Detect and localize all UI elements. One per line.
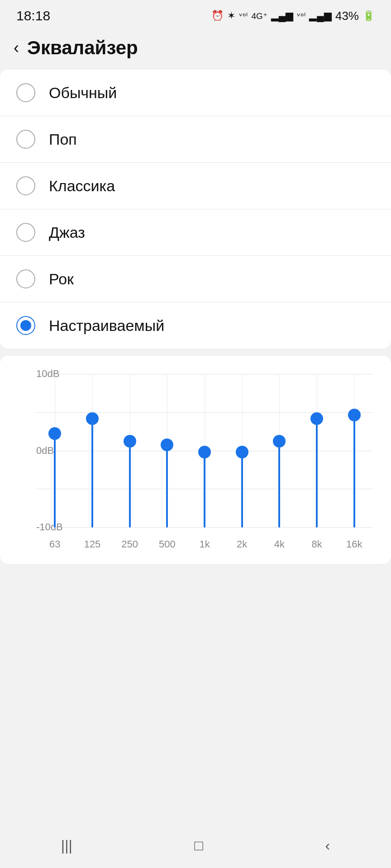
eq-option-pop[interactable]: Поп (0, 116, 391, 163)
signal-lte1-icon: ᵛᵒˡ (239, 11, 248, 21)
eq-option-label-custom: Настраиваемый (49, 317, 164, 335)
eq-stem-4k (278, 446, 280, 528)
eq-bars-area (36, 374, 373, 528)
header: ‹ Эквалайзер (0, 28, 391, 70)
eq-bar-col-1k[interactable] (186, 374, 224, 528)
eq-stem-63 (54, 438, 56, 528)
bluetooth-icon: ✶ (227, 10, 235, 22)
eq-option-label-classic: Классика (49, 177, 115, 195)
eq-bar-col-8k[interactable] (298, 374, 336, 528)
eq-chart: 10dB0dB-10dB631252505001k2k4k8k16k (9, 374, 377, 550)
eq-stem-500 (166, 449, 168, 528)
status-icons: ⏰ ✶ ᵛᵒˡ 4G⁺ ▂▄▆ ᵛᵒˡ ▂▄▆ 43% 🔋 (211, 9, 375, 23)
eq-option-classic[interactable]: Классика (0, 163, 391, 209)
eq-option-normal[interactable]: Обычный (0, 70, 391, 116)
eq-x-label-4k: 4k (261, 538, 298, 550)
status-time: 18:18 (16, 8, 50, 24)
radio-rock[interactable] (16, 269, 35, 288)
eq-stem-250 (129, 446, 131, 528)
eq-options-list: ОбычныйПопКлассикаДжазРокНастраиваемый (0, 70, 391, 349)
eq-bar-col-500[interactable] (148, 374, 186, 528)
eq-chart-container: 10dB0dB-10dB631252505001k2k4k8k16k (0, 356, 391, 564)
signal-bars1-icon: ▂▄▆ (271, 10, 294, 22)
eq-x-label-1k: 1k (186, 538, 224, 550)
eq-dot-4k (273, 435, 286, 448)
alarm-icon: ⏰ (211, 10, 224, 22)
eq-dot-63 (48, 427, 61, 440)
eq-stem-2k (241, 457, 243, 528)
signal-lte2-icon: ᵛᵒˡ (297, 11, 305, 21)
radio-custom[interactable] (16, 316, 35, 335)
eq-x-label-63: 63 (36, 538, 74, 550)
eq-option-label-normal: Обычный (49, 84, 117, 102)
eq-stem-8k (316, 423, 318, 528)
eq-dot-16k (348, 409, 361, 421)
eq-x-label-500: 500 (148, 538, 186, 550)
eq-dot-250 (124, 435, 136, 448)
eq-stem-125 (91, 423, 93, 528)
eq-bar-col-125[interactable] (74, 374, 111, 528)
battery-indicator: 43% (335, 9, 359, 23)
home-button[interactable]: □ (181, 833, 216, 859)
eq-bar-col-250[interactable] (111, 374, 148, 528)
eq-x-label-250: 250 (111, 538, 148, 550)
eq-option-custom[interactable]: Настраиваемый (0, 302, 391, 349)
eq-dot-2k (236, 446, 248, 458)
nav-back-button[interactable]: ‹ (311, 833, 343, 859)
radio-normal[interactable] (16, 83, 35, 102)
radio-jazz[interactable] (16, 223, 35, 242)
eq-option-rock[interactable]: Рок (0, 256, 391, 302)
radio-classic[interactable] (16, 176, 35, 195)
eq-x-labels: 631252505001k2k4k8k16k (36, 538, 373, 550)
eq-option-label-jazz: Джаз (49, 224, 85, 241)
eq-x-label-16k: 16k (335, 538, 373, 550)
signal-4g-icon: 4G⁺ (251, 11, 267, 21)
eq-x-label-8k: 8k (298, 538, 336, 550)
eq-bar-col-16k[interactable] (335, 374, 373, 528)
eq-dot-1k (198, 446, 211, 458)
eq-stem-1k (204, 457, 205, 528)
page-title: Эквалайзер (27, 37, 138, 59)
eq-stem-16k (353, 420, 355, 528)
eq-dot-8k (310, 412, 323, 425)
eq-x-label-125: 125 (74, 538, 111, 550)
recent-apps-button[interactable]: ||| (48, 833, 86, 859)
eq-bar-col-4k[interactable] (261, 374, 298, 528)
eq-dot-125 (86, 412, 99, 425)
eq-x-label-2k: 2k (223, 538, 261, 550)
eq-bar-col-63[interactable] (36, 374, 74, 528)
battery-icon: 🔋 (362, 10, 375, 22)
status-bar: 18:18 ⏰ ✶ ᵛᵒˡ 4G⁺ ▂▄▆ ᵛᵒˡ ▂▄▆ 43% 🔋 (0, 0, 391, 28)
eq-dot-500 (161, 439, 173, 451)
eq-bar-col-2k[interactable] (223, 374, 261, 528)
navigation-bar: ||| □ ‹ (0, 827, 391, 868)
back-button[interactable]: ‹ (14, 38, 19, 57)
radio-pop[interactable] (16, 130, 35, 149)
signal-bars2-icon: ▂▄▆ (309, 10, 332, 22)
eq-option-label-pop: Поп (49, 131, 77, 148)
eq-option-label-rock: Рок (49, 270, 74, 288)
eq-option-jazz[interactable]: Джаз (0, 209, 391, 256)
